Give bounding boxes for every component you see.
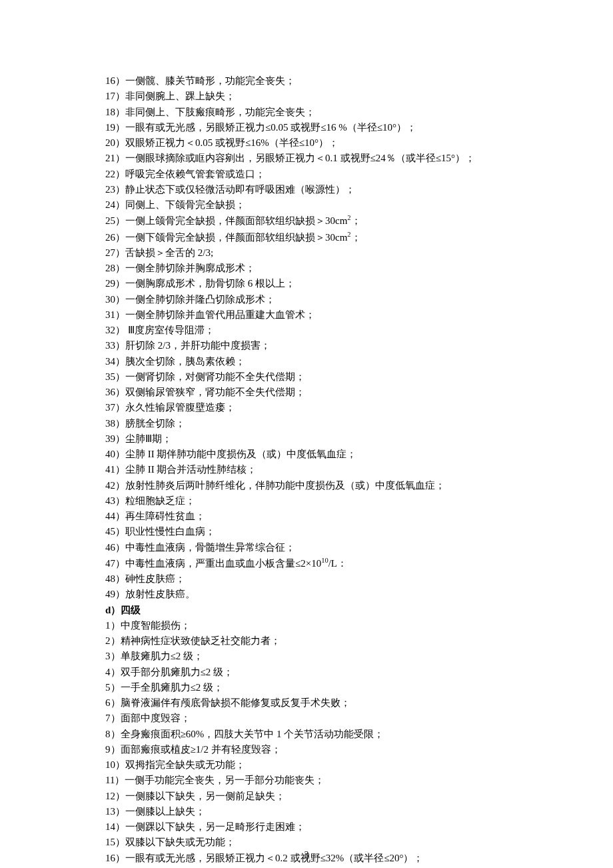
list-item: 33）肝切除 2/3，并肝功能中度损害； <box>105 338 553 353</box>
list-section-2: 1）中度智能损伤；2）精神病性症状致使缺乏社交能力者；3）单肢瘫肌力≤2 级；4… <box>105 618 553 866</box>
list-item: 32） Ⅲ度房室传导阻滞； <box>105 323 553 338</box>
list-item: 22）呼吸完全依赖气管套管或造口； <box>105 167 553 182</box>
list-item: 30）一侧全肺切除并隆凸切除成形术； <box>105 292 553 307</box>
list-item: 36）双侧输尿管狭窄，肾功能不全失代偿期； <box>105 385 553 400</box>
list-item: 19）一眼有或无光感，另眼矫正视力≤0.05 或视野≤16 %（半径≤10°）； <box>105 120 553 135</box>
list-item: 42）放射性肺炎后两叶肺纤维化，伴肺功能中度损伤及（或）中度低氧血症； <box>105 478 553 493</box>
heading-label: d <box>105 605 111 615</box>
list-item: 2）精神病性症状致使缺乏社交能力者； <box>105 633 553 649</box>
list-item: 46）中毒性血液病，骨髓增生异常综合征； <box>105 540 553 555</box>
list-item: 14）一侧踝以下缺失，另一足畸形行走困难； <box>105 819 553 835</box>
list-item: 8）全身瘢痕面积≥60%，四肢大关节中 1 个关节活动功能受限； <box>105 727 553 742</box>
list-item: 23）静止状态下或仅轻微活动即有呼吸困难（喉源性）； <box>105 182 553 197</box>
list-item: 29）一侧胸廓成形术，肋骨切除 6 根以上； <box>105 276 553 291</box>
list-item: 44）再生障碍性贫血； <box>105 509 553 524</box>
list-item: 25）一侧上颌骨完全缺损，伴颜面部软组织缺损＞30cm2； <box>105 213 553 229</box>
list-item: 45）职业性慢性白血病； <box>105 524 553 539</box>
list-item: 24）同侧上、下颌骨完全缺损； <box>105 197 553 213</box>
list-item: 27）舌缺损＞全舌的 2/3; <box>105 245 553 261</box>
list-item: 3）单肢瘫肌力≤2 级； <box>105 649 553 664</box>
list-item: 18）非同侧上、下肢瘢痕畸形，功能完全丧失； <box>105 105 553 120</box>
list-item: 17）非同侧腕上、踝上缺失； <box>105 89 553 104</box>
list-item: 13）一侧膝以上缺失； <box>105 804 553 819</box>
list-item: 35）一侧肾切除，对侧肾功能不全失代偿期； <box>105 369 553 385</box>
list-item: 1）中度智能损伤； <box>105 618 553 633</box>
heading-text: 四级 <box>121 605 141 615</box>
list-item: 26）一侧下颌骨完全缺损，伴颜面部软组织缺损＞30cm2； <box>105 229 553 245</box>
list-item: 38）膀胱全切除； <box>105 416 553 431</box>
list-item: 49）放射性皮肤癌。 <box>105 587 553 602</box>
list-item: 21）一侧眼球摘除或眶内容剜出，另眼矫正视力＜0.1 或视野≤24％（或半径≤1… <box>105 151 553 166</box>
list-item: 28）一侧全肺切除并胸廓成形术； <box>105 261 553 276</box>
list-item: 20）双眼矫正视力＜0.05 或视野≤16%（半径≤10°）； <box>105 135 553 151</box>
list-item: 41）尘肺 II 期合并活动性肺结核； <box>105 462 553 477</box>
list-item: 12）一侧膝以下缺失，另一侧前足缺失； <box>105 789 553 804</box>
list-item: 4）双手部分肌瘫肌力≤2 级； <box>105 665 553 680</box>
heading-level-d: d）四级 <box>105 603 553 618</box>
list-item: 31）一侧全肺切除并血管代用品重建大血管术； <box>105 307 553 323</box>
list-item: 10）双拇指完全缺失或无功能； <box>105 757 553 773</box>
list-item: 16）一侧髋、膝关节畸形，功能完全丧失； <box>105 73 553 89</box>
list-item: 39）尘肺Ⅲ期； <box>105 431 553 447</box>
list-item: 43）粒细胞缺乏症； <box>105 493 553 509</box>
list-item: 48）砷性皮肤癌； <box>105 571 553 587</box>
list-item: 40）尘肺 II 期伴肺功能中度损伤及（或）中度低氧血症； <box>105 447 553 462</box>
list-item: 34）胰次全切除，胰岛素依赖； <box>105 354 553 369</box>
list-item: 47）中毒性血液病，严重出血或血小板含量≤2×1010/L： <box>105 555 553 571</box>
list-item: 11）一侧手功能完全丧失，另一手部分功能丧失； <box>105 773 553 788</box>
list-item: 6）脑脊液漏伴有颅底骨缺损不能修复或反复手术失败； <box>105 695 553 711</box>
list-item: 9）面部瘢痕或植皮≥1/2 并有轻度毁容； <box>105 742 553 757</box>
list-item: 7）面部中度毁容； <box>105 711 553 726</box>
document-page: 16）一侧髋、膝关节畸形，功能完全丧失；17）非同侧腕上、踝上缺失；18）非同侧… <box>0 0 613 868</box>
list-section-1: 16）一侧髋、膝关节畸形，功能完全丧失；17）非同侧腕上、踝上缺失；18）非同侧… <box>105 73 553 603</box>
page-number: 3 <box>0 848 613 863</box>
list-item: 37）永久性输尿管腹壁造瘘； <box>105 400 553 415</box>
list-item: 5）一手全肌瘫肌力≤2 级； <box>105 680 553 695</box>
